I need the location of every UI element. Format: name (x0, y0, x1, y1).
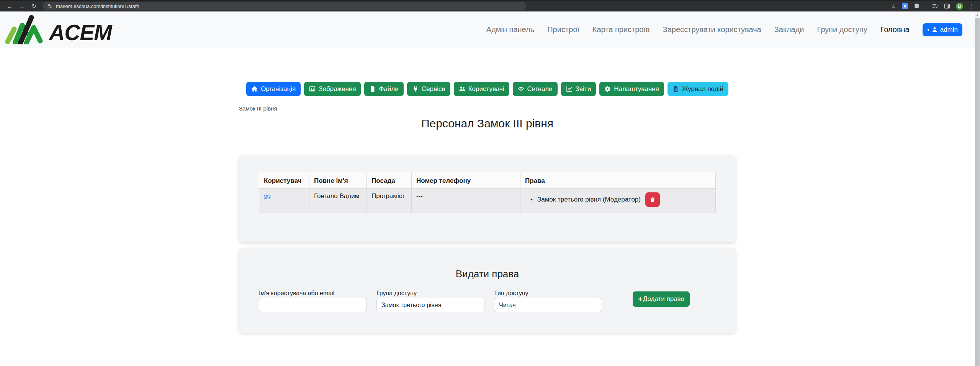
tab-label: Файли (379, 85, 398, 93)
cell-rights: • Замок третього рівня (Модератор) (520, 189, 716, 213)
tab-reports[interactable]: Звіти (561, 82, 596, 96)
username-field-group: Ім'я користувача або email (259, 290, 367, 312)
access-type-input[interactable] (494, 298, 602, 312)
tab-settings[interactable]: Налаштування (599, 82, 664, 96)
users-icon (459, 86, 465, 92)
tab-users[interactable]: Користувачі (454, 82, 509, 96)
caret-left-icon (927, 28, 929, 31)
tab-organization[interactable]: Організація (246, 82, 301, 96)
username-input[interactable] (259, 298, 367, 312)
site-settings-icon (47, 3, 52, 9)
url-text: masem.escoua.com/institution/1/staff/ (56, 3, 139, 9)
access-group-label: Група доступу (376, 290, 484, 297)
tab-label: Зображення (319, 85, 356, 93)
toolbar-divider (926, 3, 926, 9)
grant-form: Ім'я користувача або email Група доступу… (259, 290, 716, 312)
page-content: Організація Зображення Файли (0, 48, 975, 333)
access-type-field-group: Тип доступу (494, 290, 602, 312)
access-group-input[interactable] (376, 298, 484, 312)
table-header-row: Користувач Повне ім'я Посада Номер телеф… (259, 173, 716, 189)
logo-mountain-mark (4, 15, 47, 44)
nav-item-home[interactable]: Головна (880, 25, 910, 34)
right-label: Замок третього рівня (Модератор) (537, 196, 641, 203)
house-icon (251, 86, 258, 92)
nav-item-devices[interactable]: Пристрої (547, 25, 579, 34)
file-icon (369, 86, 376, 92)
staff-table: Користувач Повне ім'я Посада Номер телеф… (259, 173, 716, 213)
trash-icon (650, 197, 656, 203)
tab-label: Користувачі (468, 85, 504, 93)
media-playlist-icon[interactable] (932, 3, 938, 9)
table-row: vg Гонгало Вадим Програміст --- • Замок … (259, 189, 716, 213)
cell-phone: --- (412, 189, 520, 213)
col-full-name: Повне ім'я (309, 173, 367, 189)
person-icon (931, 26, 938, 33)
reload-icon[interactable]: ↻ (28, 2, 40, 11)
logo-text: ACEM (49, 21, 112, 44)
translate-extension-icon[interactable]: A (902, 3, 908, 9)
nav-item-access-groups[interactable]: Групи доступу (817, 25, 867, 34)
tab-label: Журнал подій (682, 85, 723, 93)
page-scrollbar: ▲ (975, 11, 980, 366)
tab-images[interactable]: Зображення (304, 82, 361, 96)
staff-card: Користувач Повне ім'я Посада Номер телеф… (239, 155, 736, 242)
col-position: Посада (367, 173, 412, 189)
cell-username: vg (259, 189, 309, 213)
nav-item-institutions[interactable]: Заклади (774, 25, 804, 34)
add-right-label: Додати право (643, 295, 684, 303)
plus-icon: + (638, 295, 643, 304)
chart-line-icon (566, 86, 573, 92)
tab-services[interactable]: Сервіси (407, 82, 450, 96)
logo[interactable]: ACEM (4, 15, 112, 44)
tab-files[interactable]: Файли (364, 82, 403, 96)
journal-icon (672, 86, 679, 92)
browser-toolbar: ← → ↻ masem.escoua.com/institution/1/sta… (0, 0, 980, 11)
page-title: Персонал Замок III рівня (239, 117, 736, 130)
tab-label: Організація (261, 85, 296, 93)
col-phone: Номер телефону (412, 173, 520, 189)
grant-rights-card: Видати права Ім'я користувача або email … (239, 248, 736, 333)
scrollbar-up-arrow-icon[interactable]: ▲ (975, 11, 980, 18)
add-right-button[interactable]: + Додати право (633, 291, 690, 307)
side-panel-icon[interactable] (944, 3, 950, 9)
grant-section-title: Видати права (259, 268, 716, 280)
nav-item-device-map[interactable]: Карта пристроїв (592, 25, 650, 34)
admin-label: admin (940, 26, 958, 34)
access-group-field-group: Група доступу (376, 290, 484, 312)
extensions-puzzle-icon[interactable] (914, 3, 920, 9)
bookmark-star-icon[interactable]: ☆ (891, 3, 896, 10)
cell-position: Програміст (367, 189, 412, 213)
forward-icon[interactable]: → (16, 2, 28, 11)
plug-icon (412, 86, 419, 92)
browser-menu-icon[interactable]: ⋮ (969, 3, 975, 10)
tab-label: Сервіси (422, 85, 445, 93)
site-header: ACEM Адмін панель Пристрої Карта пристро… (0, 11, 975, 48)
delete-right-button[interactable] (645, 192, 660, 207)
tab-label: Налаштування (614, 85, 659, 93)
admin-user-button[interactable]: admin (923, 23, 962, 36)
institution-tabs: Організація Зображення Файли (0, 48, 975, 96)
scrollbar-thumb[interactable] (975, 18, 980, 366)
main-nav: Адмін панель Пристрої Карта пристроїв За… (486, 23, 962, 36)
username-label: Ім'я користувача або email (259, 290, 367, 297)
tab-label: Звіти (576, 85, 591, 93)
user-link[interactable]: vg (264, 192, 271, 200)
bullet: • (530, 196, 533, 203)
col-rights: Права (520, 173, 716, 189)
wifi-icon (518, 86, 524, 92)
nav-item-admin-panel[interactable]: Адмін панель (486, 25, 534, 34)
tab-event-log[interactable]: Журнал подій (668, 82, 728, 96)
right-item: • Замок третього рівня (Модератор) (525, 192, 711, 207)
nav-item-register-user[interactable]: Зареєструвати користувача (663, 25, 761, 34)
tab-label: Сигнали (527, 85, 553, 93)
back-icon[interactable]: ← (4, 2, 15, 11)
gear-icon (604, 86, 611, 92)
access-type-label: Тип доступу (494, 290, 602, 297)
profile-avatar[interactable]: B (956, 3, 963, 10)
breadcrumb-link[interactable]: Замок III рівня (239, 105, 277, 112)
cell-full-name: Гонгало Вадим (309, 189, 367, 213)
tab-signals[interactable]: Сигнали (513, 82, 558, 96)
address-bar[interactable]: masem.escoua.com/institution/1/staff/ (43, 2, 526, 10)
col-username: Користувач (259, 173, 309, 189)
image-icon (309, 86, 316, 92)
